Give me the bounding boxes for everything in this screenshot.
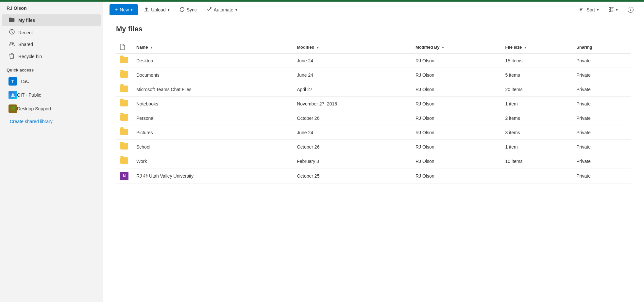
row-modified-by: RJ Olson: [412, 97, 501, 111]
quick-access-title: Quick access: [0, 63, 103, 74]
table-row[interactable]: SchoolOctober 26RJ Olson1 itemPrivate: [116, 140, 631, 154]
row-name[interactable]: Notebooks: [132, 97, 293, 111]
upload-icon: [144, 7, 149, 13]
svg-rect-9: [609, 10, 611, 11]
folder-icon: [120, 57, 128, 63]
people-icon: [8, 41, 15, 47]
svg-point-2: [12, 42, 14, 44]
sidebar-item-recycle-bin-label: Recycle bin: [18, 54, 42, 59]
table-row[interactable]: PersonalOctober 26RJ Olson2 itemsPrivate: [116, 111, 631, 125]
quick-access-tsc[interactable]: T TSC: [2, 75, 101, 88]
table-row[interactable]: WorkFebruary 3RJ Olson10 itemsPrivate: [116, 154, 631, 168]
table-row[interactable]: Microsoft Teams Chat FilesApril 27RJ Ols…: [116, 82, 631, 97]
sync-label: Sync: [187, 7, 197, 12]
folder-icon: [120, 100, 128, 106]
header-doc-icon: [120, 46, 125, 51]
table-row[interactable]: NotebooksNovember 27, 2018RJ Olson1 item…: [116, 97, 631, 111]
view-icon: [609, 7, 614, 13]
row-icon-cell: [116, 154, 132, 168]
row-sharing: Private: [572, 82, 631, 97]
header-name[interactable]: Name ▾: [132, 41, 293, 54]
page-title: My files: [116, 25, 631, 33]
folder-icon: [120, 157, 128, 164]
header-modified[interactable]: Modified ▾: [293, 41, 412, 54]
sync-icon: [179, 7, 185, 13]
table-row[interactable]: NRJ @ Utah Valley UniversityOctober 25RJ…: [116, 168, 631, 184]
row-modified-by: RJ Olson: [412, 154, 501, 168]
svg-rect-11: [611, 11, 613, 11]
row-name[interactable]: Desktop: [132, 54, 293, 68]
row-name[interactable]: Pictures: [132, 125, 293, 140]
row-file-size: 1 item: [501, 140, 573, 154]
new-chevron-icon: ▾: [131, 8, 133, 12]
row-modified: October 26: [293, 111, 412, 125]
row-name[interactable]: RJ @ Utah Valley University: [132, 168, 293, 184]
row-file-size: 20 items: [501, 82, 573, 97]
header-file-size[interactable]: File size ▾: [501, 41, 573, 54]
view-button[interactable]: ▾: [605, 5, 622, 15]
quick-access-oit[interactable]: OIT - Public: [2, 88, 101, 102]
folder-icon: [120, 114, 128, 121]
row-name[interactable]: School: [132, 140, 293, 154]
sort-icon: [579, 7, 585, 13]
row-name[interactable]: Documents: [132, 68, 293, 82]
row-modified-by: RJ Olson: [412, 54, 501, 68]
info-button[interactable]: i: [624, 5, 637, 15]
svg-rect-10: [611, 10, 614, 10]
table-row[interactable]: DocumentsJune 24RJ Olson5 itemsPrivate: [116, 68, 631, 82]
row-sharing: Private: [572, 140, 631, 154]
oit-label: OIT - Public: [17, 92, 41, 98]
svg-point-1: [10, 42, 12, 44]
create-shared-library[interactable]: Create shared library: [0, 116, 103, 127]
svg-rect-7: [611, 8, 614, 8]
row-sharing: Private: [572, 111, 631, 125]
folder-icon: [120, 129, 128, 135]
table-row[interactable]: DesktopJune 24RJ Olson15 itemsPrivate: [116, 54, 631, 68]
folder-icon: [120, 143, 128, 150]
row-icon-cell: [116, 54, 132, 68]
upload-button[interactable]: Upload ▾: [140, 5, 173, 15]
row-sharing: Private: [572, 54, 631, 68]
header-modified-by[interactable]: Modified By ▾: [412, 41, 501, 54]
trash-icon: [8, 53, 15, 60]
row-modified: June 24: [293, 54, 412, 68]
row-name[interactable]: Work: [132, 154, 293, 168]
new-button[interactable]: + New ▾: [110, 4, 138, 15]
clock-icon: [8, 29, 15, 36]
row-modified: April 27: [293, 82, 412, 97]
tsc-avatar: T: [8, 77, 17, 86]
new-button-label: New: [120, 7, 129, 12]
sidebar-item-my-files[interactable]: My files: [2, 14, 101, 26]
row-modified: February 3: [293, 154, 412, 168]
file-table-body: DesktopJune 24RJ Olson15 itemsPrivateDoc…: [116, 54, 631, 184]
row-file-size: 10 items: [501, 154, 573, 168]
info-icon: i: [628, 7, 634, 13]
upload-chevron-icon: ▾: [168, 8, 170, 12]
sidebar-item-recycle-bin[interactable]: Recycle bin: [2, 50, 101, 63]
main-content: + New ▾ Upload ▾: [103, 2, 644, 302]
row-modified: June 24: [293, 68, 412, 82]
name-sort-icon: ▾: [150, 45, 152, 49]
row-modified: November 27, 2018: [293, 97, 412, 111]
row-icon-cell: [116, 68, 132, 82]
automate-button[interactable]: Automate ▾: [203, 5, 241, 15]
sort-chevron-icon: ▾: [597, 8, 599, 12]
sort-label: Sort: [586, 7, 595, 12]
table-row[interactable]: PicturesJune 24RJ Olson3 itemsPrivate: [116, 125, 631, 140]
file-table: Name ▾ Modified ▾ Modified By ▾ File s: [116, 41, 631, 184]
sidebar-item-shared[interactable]: Shared: [2, 39, 101, 50]
sort-button[interactable]: Sort ▾: [575, 5, 603, 15]
svg-rect-6: [609, 8, 611, 9]
row-icon-cell: [116, 125, 132, 140]
sync-button[interactable]: Sync: [176, 5, 201, 15]
modified-sort-icon: ▾: [317, 45, 319, 49]
quick-access-desktop-support[interactable]: 🌿 Desktop Support: [2, 102, 101, 115]
row-name[interactable]: Microsoft Teams Chat Files: [132, 82, 293, 97]
sidebar-item-recent[interactable]: Recent: [2, 26, 101, 39]
row-sharing: Private: [572, 68, 631, 82]
tsc-label: TSC: [20, 79, 29, 84]
toolbar-right: Sort ▾ ▾: [575, 5, 637, 15]
row-name[interactable]: Personal: [132, 111, 293, 125]
row-sharing: Private: [572, 154, 631, 168]
row-modified: October 25: [293, 168, 412, 184]
